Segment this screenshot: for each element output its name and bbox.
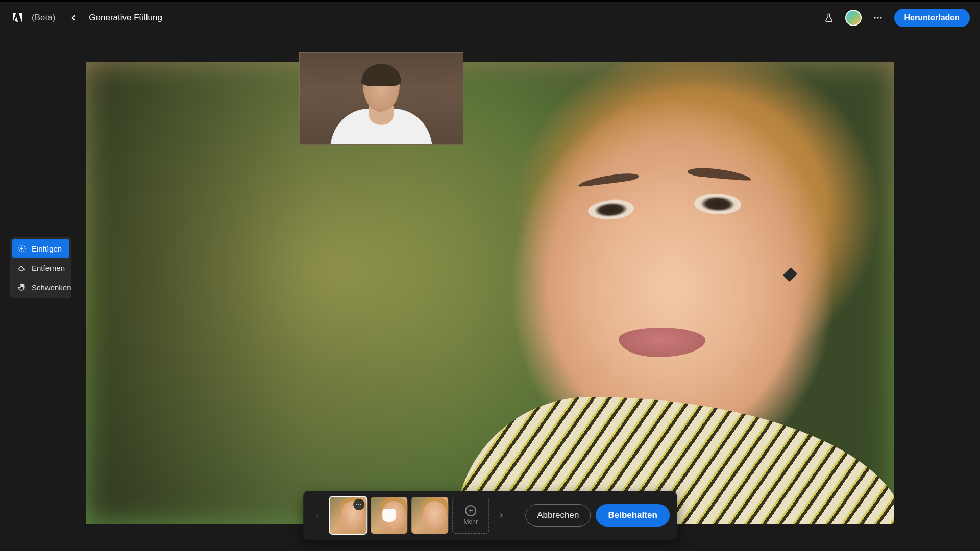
generate-more-button[interactable]: + Mehr [452, 497, 489, 534]
app-header: (Beta) Generative Füllung Herunterladen [0, 0, 980, 34]
download-button[interactable]: Herunterladen [894, 9, 970, 27]
tool-remove[interactable]: Entfernen [12, 259, 69, 277]
hand-icon [17, 283, 27, 292]
variations-next-button[interactable] [494, 497, 508, 533]
beta-label: (Beta) [32, 13, 55, 23]
variation-bar: ⋯ + Mehr Abbrechen Beibehalten [303, 491, 677, 540]
svg-point-2 [880, 17, 881, 18]
divider [517, 501, 517, 530]
image-canvas[interactable] [86, 62, 894, 524]
tool-pan-label: Schwenken [32, 283, 71, 292]
cancel-button[interactable]: Abbrechen [525, 504, 591, 527]
keep-button[interactable]: Beibehalten [596, 504, 669, 527]
tool-remove-label: Entfernen [32, 264, 65, 272]
page-title: Generative Füllung [89, 13, 162, 23]
variation-thumb-3[interactable] [411, 497, 448, 534]
svg-point-0 [874, 17, 875, 18]
sparkle-select-icon [17, 244, 27, 253]
tool-pan[interactable]: Schwenken [12, 278, 69, 296]
tool-insert-label: Einfügen [32, 244, 62, 253]
canvas-subject [393, 62, 894, 524]
generate-more-label: Mehr [464, 518, 478, 525]
header-right-group: Herunterladen [821, 9, 970, 27]
variation-thumbnails: ⋯ + Mehr [330, 497, 489, 534]
more-menu-icon[interactable] [870, 10, 886, 26]
variation-thumb-1[interactable]: ⋯ [330, 497, 366, 534]
labs-icon[interactable] [821, 10, 837, 26]
tool-insert[interactable]: Einfügen [12, 239, 69, 258]
adobe-logo-icon [10, 11, 24, 25]
back-button[interactable] [65, 10, 82, 26]
webcam-overlay[interactable] [299, 52, 463, 145]
plus-icon: + [465, 505, 476, 516]
user-avatar[interactable] [845, 10, 862, 26]
thumb-options-icon[interactable]: ⋯ [353, 499, 364, 510]
canvas-viewport [85, 34, 895, 513]
variations-prev-button[interactable] [310, 497, 325, 533]
webcam-person [335, 63, 427, 144]
left-toolbar: Einfügen Entfernen Schwenken [10, 237, 71, 298]
header-left-group: (Beta) Generative Füllung [10, 10, 162, 26]
eraser-icon [17, 263, 27, 272]
variation-thumb-2[interactable] [371, 497, 407, 534]
svg-point-1 [877, 17, 878, 18]
cursor-hand-icon [382, 509, 396, 522]
